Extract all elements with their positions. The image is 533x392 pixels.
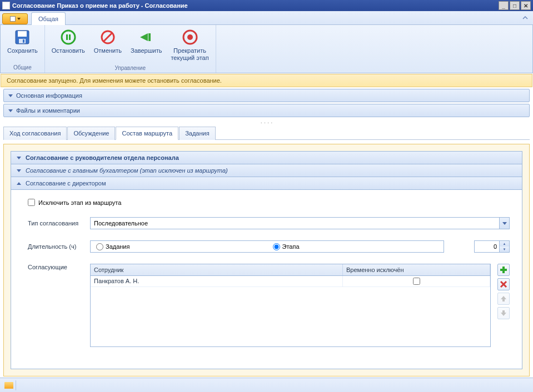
approvers-grid-buttons xyxy=(497,264,510,319)
ribbon-tab-general[interactable]: Общая xyxy=(31,12,66,25)
arrow-down-icon xyxy=(500,309,507,317)
finish-label: Завершить xyxy=(131,47,162,54)
splitter-handle[interactable]: . . . . xyxy=(3,119,530,123)
stage-director[interactable]: Согласование с директором xyxy=(11,177,522,190)
accordion-basic-info[interactable]: Основная информация xyxy=(3,89,530,102)
cancel-icon xyxy=(99,28,117,46)
stage-director-label: Согласование с директором xyxy=(26,180,106,187)
svg-rect-9 xyxy=(148,33,151,41)
svg-rect-6 xyxy=(69,34,71,40)
ribbon-group-manage: Остановить Отменить Завершить Прекратить… xyxy=(45,25,216,73)
minimize-button[interactable]: _ xyxy=(499,1,509,10)
duration-spinner[interactable]: ▲ ▼ xyxy=(474,240,510,253)
add-approver-button[interactable] xyxy=(497,264,510,276)
stage-chief-accountant-label: Согласование с главным бухгалтером (этап… xyxy=(26,167,228,174)
remove-approver-button[interactable] xyxy=(497,278,510,290)
svg-rect-5 xyxy=(66,34,68,40)
tab-discussion[interactable]: Обсуждение xyxy=(67,127,115,140)
approvers-col-employee[interactable]: Сотрудник xyxy=(91,264,343,275)
maximize-button[interactable]: □ xyxy=(510,1,520,10)
stop-current-label: Прекратить текущий этап xyxy=(171,47,208,62)
save-button[interactable]: Сохранить xyxy=(3,26,42,57)
cancel-label: Отменить xyxy=(94,47,122,54)
approval-type-dropdown-button[interactable] xyxy=(499,218,509,229)
tab-route-composition[interactable]: Состав маршрута xyxy=(116,127,178,140)
approval-type-label: Тип согласования xyxy=(28,220,83,227)
stage-hr-manager[interactable]: Согласование с руководителем отдела перс… xyxy=(11,152,522,164)
finish-icon xyxy=(137,28,155,46)
app-menu-icon xyxy=(10,16,16,22)
status-bar xyxy=(0,378,533,392)
ribbon-tab-strip: Общая xyxy=(0,11,533,24)
dropdown-arrow-icon xyxy=(502,222,507,225)
info-bar: Согласование запущено. Для изменения мож… xyxy=(1,74,532,87)
duration-radio-stage-label: Этапа xyxy=(282,243,300,250)
duration-radio-task-input[interactable] xyxy=(96,243,103,250)
chevron-up-icon xyxy=(17,182,21,185)
plus-icon xyxy=(500,266,507,274)
approval-type-input[interactable] xyxy=(91,218,499,229)
duration-radio-stage-input[interactable] xyxy=(273,243,280,250)
window-title: Согласование Приказ о приеме на работу -… xyxy=(12,2,499,9)
approval-type-combo[interactable] xyxy=(90,217,510,229)
duration-input[interactable] xyxy=(475,241,499,252)
chevron-down-icon xyxy=(17,169,21,172)
svg-rect-3 xyxy=(23,39,24,43)
duration-radio-task-label: Задания xyxy=(106,243,129,250)
folder-icon[interactable] xyxy=(4,382,13,389)
finish-button[interactable]: Завершить xyxy=(126,26,166,57)
cancel-button[interactable]: Отменить xyxy=(89,26,126,57)
tab-approval-flow[interactable]: Ход согласования xyxy=(3,127,67,140)
stop-button[interactable]: Остановить xyxy=(47,26,89,57)
duration-spin-up[interactable]: ▲ xyxy=(500,241,509,247)
approvers-col-excluded[interactable]: Временно исключён xyxy=(343,264,490,275)
exclude-stage-checkbox-wrap[interactable]: Исключить этап из маршрута xyxy=(28,199,510,206)
table-row[interactable]: Панкратов А. Н. xyxy=(91,276,490,287)
ribbon-group-manage-label: Управление xyxy=(114,64,146,72)
stop-current-icon xyxy=(181,28,199,46)
duration-label: Длительность (ч) xyxy=(28,243,83,250)
accordion-files-comments[interactable]: Файлы и комментарии xyxy=(3,104,530,117)
stage-hr-manager-label: Согласование с руководителем отдела перс… xyxy=(26,154,179,161)
arrow-up-icon xyxy=(500,295,507,303)
approver-excluded-cell xyxy=(343,276,490,287)
stop-label: Остановить xyxy=(52,47,85,54)
svg-point-11 xyxy=(187,34,193,40)
svg-rect-13 xyxy=(500,269,507,271)
tab-tasks[interactable]: Задания xyxy=(179,127,215,140)
close-button[interactable]: ✕ xyxy=(521,1,531,10)
chevron-down-icon xyxy=(8,94,13,97)
duration-radio-task[interactable]: Задания xyxy=(91,243,267,250)
stage-chief-accountant[interactable]: Согласование с главным бухгалтером (этап… xyxy=(11,164,522,177)
approvers-label: Согласующие xyxy=(28,264,83,270)
dropdown-arrow-icon xyxy=(17,18,21,20)
approvers-grid-body: Панкратов А. Н. xyxy=(91,276,490,346)
chevron-down-icon xyxy=(17,157,21,159)
svg-point-4 xyxy=(62,31,75,44)
tab-strip: Ход согласования Обсуждение Состав маршр… xyxy=(3,126,530,140)
move-approver-down-button[interactable] xyxy=(497,307,510,319)
move-approver-up-button[interactable] xyxy=(497,293,510,305)
ribbon-body: Сохранить Общие Остановить Отменить xyxy=(0,24,533,73)
approver-excluded-checkbox[interactable] xyxy=(413,278,420,285)
window-icon xyxy=(2,2,10,9)
svg-rect-1 xyxy=(18,31,27,37)
ribbon-group-common-label: Общие xyxy=(13,63,32,72)
save-icon xyxy=(13,28,31,46)
stage-director-body: Исключить этап из маршрута Тип согласова… xyxy=(11,190,522,369)
delete-icon xyxy=(500,280,507,288)
exclude-stage-checkbox[interactable] xyxy=(28,199,35,206)
save-label: Сохранить xyxy=(7,47,38,54)
accordion-files-comments-label: Файлы и комментарии xyxy=(16,107,80,114)
ribbon-group-common: Сохранить Общие xyxy=(1,25,45,73)
approvers-grid: Сотрудник Временно исключён Панкратов А.… xyxy=(90,264,491,347)
app-menu-button[interactable] xyxy=(2,13,28,24)
duration-radio-stage[interactable]: Этапа xyxy=(267,243,444,250)
stop-current-stage-button[interactable]: Прекратить текущий этап xyxy=(166,26,213,64)
approver-employee-cell: Панкратов А. Н. xyxy=(91,276,343,287)
duration-spin-down[interactable]: ▼ xyxy=(500,247,509,252)
ribbon-collapse-button[interactable] xyxy=(522,14,529,21)
chevron-down-icon xyxy=(8,109,13,112)
route-card: Согласование с руководителем отдела перс… xyxy=(3,144,530,376)
svg-line-8 xyxy=(104,33,112,41)
